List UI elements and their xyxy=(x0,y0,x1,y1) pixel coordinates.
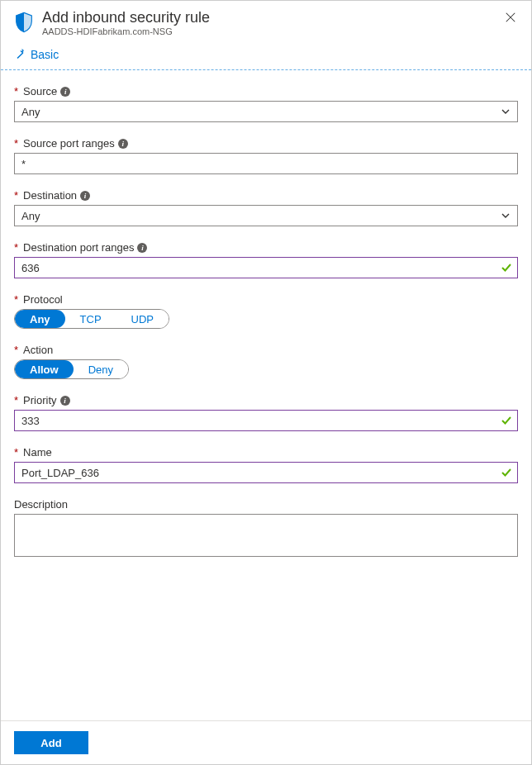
priority-input-wrap xyxy=(14,410,518,431)
source-port-input-wrap xyxy=(14,153,518,174)
checkmark-icon xyxy=(501,415,512,426)
priority-input[interactable] xyxy=(21,411,494,430)
info-icon[interactable]: i xyxy=(118,139,128,149)
footer: Add xyxy=(1,720,531,764)
name-label: *Name xyxy=(14,446,518,459)
basic-toggle[interactable]: Basic xyxy=(1,43,531,69)
action-deny[interactable]: Deny xyxy=(74,360,128,378)
action-allow[interactable]: Allow xyxy=(15,360,74,378)
info-icon[interactable]: i xyxy=(60,396,70,406)
dest-port-input-wrap xyxy=(14,257,518,278)
name-input[interactable] xyxy=(21,463,494,482)
panel-title: Add inbound security rule xyxy=(42,9,501,26)
shield-icon xyxy=(12,11,36,34)
description-wrap xyxy=(14,514,518,557)
source-value: Any xyxy=(21,106,40,118)
close-button[interactable] xyxy=(501,9,520,27)
info-icon[interactable]: i xyxy=(60,87,70,97)
protocol-any[interactable]: Any xyxy=(15,310,65,328)
info-icon[interactable]: i xyxy=(80,191,90,201)
dest-port-label: *Destination port ranges i xyxy=(14,241,518,254)
dest-port-input[interactable] xyxy=(21,258,494,278)
destination-label: *Destination i xyxy=(14,189,518,202)
protocol-tcp[interactable]: TCP xyxy=(65,310,116,328)
destination-select[interactable]: Any xyxy=(14,205,518,226)
info-icon[interactable]: i xyxy=(137,243,147,253)
basic-label: Basic xyxy=(31,48,59,61)
chevron-down-icon xyxy=(501,107,511,116)
panel-subtitle: AADDS-HDIFabrikam.com-NSG xyxy=(42,26,501,36)
destination-value: Any xyxy=(21,210,40,222)
checkmark-icon xyxy=(501,262,512,273)
protocol-label: *Protocol xyxy=(14,293,518,306)
action-group: Allow Deny xyxy=(14,359,129,379)
checkmark-icon xyxy=(501,467,512,478)
source-select[interactable]: Any xyxy=(14,101,518,122)
panel-header: Add inbound security rule AADDS-HDIFabri… xyxy=(1,1,531,43)
chevron-down-icon xyxy=(501,211,511,221)
protocol-udp[interactable]: UDP xyxy=(116,310,169,328)
add-button[interactable]: Add xyxy=(14,731,88,754)
form-area: *Source i Any *Source port ranges i *Des… xyxy=(1,70,531,720)
priority-label: *Priority i xyxy=(14,394,518,406)
source-port-input[interactable] xyxy=(21,154,511,173)
description-input[interactable] xyxy=(21,518,511,553)
name-input-wrap xyxy=(14,462,518,483)
action-label: *Action xyxy=(14,344,518,356)
protocol-group: Any TCP UDP xyxy=(14,309,169,329)
source-port-label: *Source port ranges i xyxy=(14,137,518,150)
source-label: *Source i xyxy=(14,85,518,97)
wrench-icon xyxy=(12,48,26,61)
divider xyxy=(1,69,531,70)
description-label: Description xyxy=(14,498,518,511)
